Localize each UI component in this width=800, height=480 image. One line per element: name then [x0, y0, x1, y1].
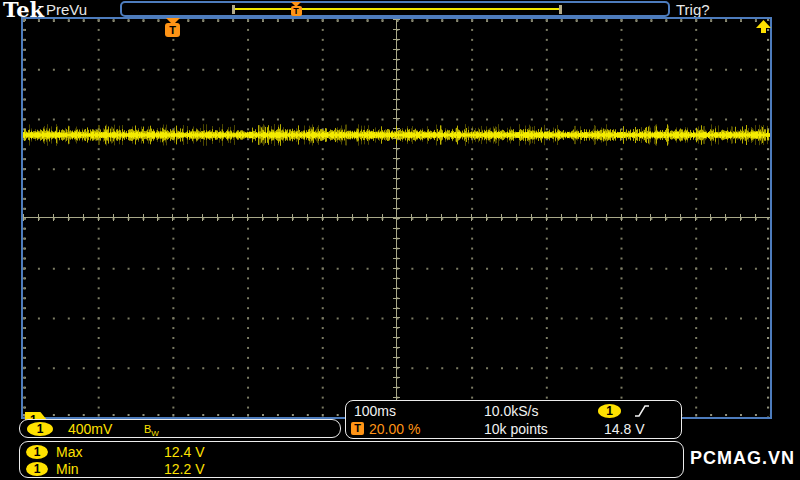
measurement-value: 12.2 V [164, 461, 204, 477]
acquisition-mode-label: PreVu [46, 1, 87, 18]
center-vertical-axis [396, 19, 397, 417]
record-length-value: 10k points [484, 421, 548, 437]
trigger-marker-t-icon: T [165, 23, 180, 37]
record-bracket-right [559, 5, 562, 14]
trigger-position-icon: T [351, 422, 364, 435]
trigger-position-marker-top[interactable]: T [290, 2, 302, 16]
graticule: T 1 [21, 17, 772, 419]
measurement-name: Min [56, 461, 79, 477]
waveform-trace [23, 117, 770, 153]
horizontal-trigger-readout-box[interactable]: 100ms 10.0kS/s 1 T 20.00 % 10k points 14… [345, 400, 682, 439]
trigger-status-label: Trig? [676, 1, 710, 18]
trigger-level-arrow-icon[interactable] [756, 20, 771, 33]
trigger-position-marker[interactable]: T [165, 18, 180, 37]
trigger-source-badge: 1 [598, 404, 621, 418]
channel-scale-value: 400mV [68, 421, 112, 437]
channel-readout-box[interactable]: 1 400mV BW [19, 419, 341, 438]
trigger-position-value: 20.00 % [369, 421, 420, 437]
record-view-line [235, 8, 560, 10]
record-bracket-left [232, 5, 235, 14]
trigger-slope-icon [634, 405, 650, 417]
measurement-box: 1 Max 12.4 V 1 Min 12.2 V [19, 441, 684, 478]
measurement-name: Max [56, 444, 82, 460]
measurement-channel-badge: 1 [26, 462, 48, 476]
measurement-channel-badge: 1 [26, 445, 48, 459]
measurement-value: 12.4 V [164, 444, 204, 460]
channel-badge: 1 [27, 422, 53, 436]
bandwidth-indicator: BW [144, 423, 159, 438]
acquisition-preview-bar[interactable]: T [120, 1, 670, 17]
watermark: PCMAG.VN [690, 448, 795, 469]
sample-rate-value: 10.0kS/s [484, 403, 538, 419]
timebase-value: 100ms [354, 403, 396, 419]
trigger-marker-t-icon: T [291, 6, 302, 16]
trigger-level-value: 14.8 V [604, 421, 644, 437]
